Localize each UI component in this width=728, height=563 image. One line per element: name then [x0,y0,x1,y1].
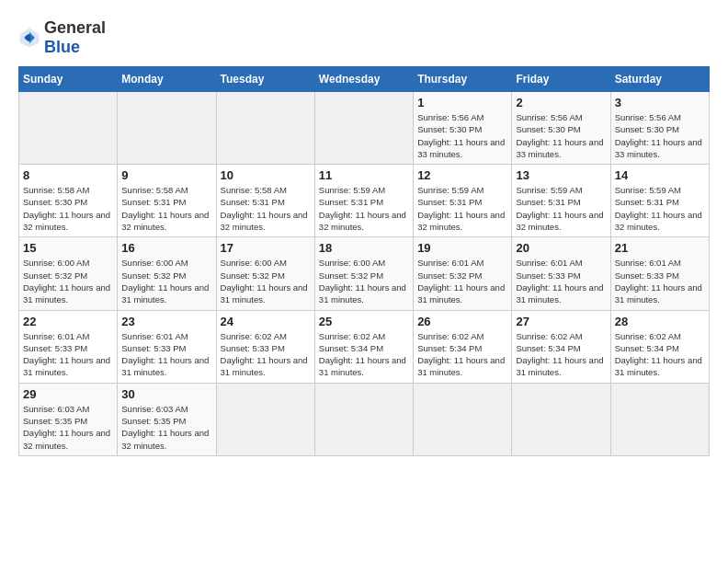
calendar-week-5: 29Sunrise: 6:03 AMSunset: 5:35 PMDayligh… [19,383,710,455]
header-thursday: Thursday [414,67,512,92]
day-number: 17 [221,241,311,255]
calendar-day-9: 9Sunrise: 5:58 AMSunset: 5:31 PMDaylight… [118,165,216,237]
calendar-day-24: 24Sunrise: 6:02 AMSunset: 5:33 PMDayligh… [216,310,314,383]
header-sunday: Sunday [19,67,118,92]
day-info: Sunrise: 5:58 AMSunset: 5:31 PMDaylight:… [121,185,209,232]
day-number: 14 [615,168,705,182]
calendar-week-3: 15Sunrise: 6:00 AMSunset: 5:32 PMDayligh… [19,237,710,310]
empty-cell [216,383,314,455]
header-saturday: Saturday [610,67,709,92]
logo-icon [18,27,40,49]
day-number: 8 [23,168,113,182]
day-info: Sunrise: 6:00 AMSunset: 5:32 PMDaylight:… [23,258,110,304]
day-number: 29 [23,387,113,401]
day-number: 19 [417,241,507,255]
day-number: 9 [121,168,211,182]
calendar-day-2: 2Sunrise: 5:56 AMSunset: 5:30 PMDaylight… [512,92,610,165]
calendar-day-13: 13Sunrise: 5:59 AMSunset: 5:31 PMDayligh… [512,165,610,237]
day-number: 15 [23,241,113,255]
day-info: Sunrise: 5:56 AMSunset: 5:30 PMDaylight:… [417,112,505,159]
calendar-day-8: 8Sunrise: 5:58 AMSunset: 5:30 PMDaylight… [19,165,118,237]
day-info: Sunrise: 5:59 AMSunset: 5:31 PMDaylight:… [615,185,702,232]
calendar-day-1: 1Sunrise: 5:56 AMSunset: 5:30 PMDaylight… [414,92,512,165]
day-info: Sunrise: 6:02 AMSunset: 5:34 PMDaylight:… [516,331,603,378]
day-info: Sunrise: 6:01 AMSunset: 5:33 PMDaylight:… [121,331,209,378]
empty-cell [314,383,413,455]
calendar-day-27: 27Sunrise: 6:02 AMSunset: 5:34 PMDayligh… [512,310,610,383]
day-number: 18 [319,241,409,255]
calendar-day-28: 28Sunrise: 6:02 AMSunset: 5:34 PMDayligh… [610,310,709,383]
day-number: 28 [615,315,705,328]
calendar-day-29: 29Sunrise: 6:03 AMSunset: 5:35 PMDayligh… [19,383,118,455]
empty-cell [118,92,216,165]
calendar-table: SundayMondayTuesdayWednesdayThursdayFrid… [18,66,710,456]
calendar-week-4: 22Sunrise: 6:01 AMSunset: 5:33 PMDayligh… [19,310,710,383]
empty-cell [610,383,709,455]
logo-general: General Blue [44,18,106,57]
day-number: 21 [615,241,705,255]
empty-cell [512,383,610,455]
calendar-day-21: 21Sunrise: 6:01 AMSunset: 5:33 PMDayligh… [610,237,709,310]
day-info: Sunrise: 6:00 AMSunset: 5:32 PMDaylight:… [121,258,209,304]
calendar-day-26: 26Sunrise: 6:02 AMSunset: 5:34 PMDayligh… [414,310,512,383]
day-info: Sunrise: 6:03 AMSunset: 5:35 PMDaylight:… [23,404,110,451]
day-number: 12 [417,168,507,182]
header-wednesday: Wednesday [314,67,413,92]
day-info: Sunrise: 5:59 AMSunset: 5:31 PMDaylight:… [319,185,406,232]
day-info: Sunrise: 5:58 AMSunset: 5:30 PMDaylight:… [23,185,110,232]
day-info: Sunrise: 5:58 AMSunset: 5:31 PMDaylight:… [221,185,308,232]
day-number: 22 [23,315,113,328]
day-number: 23 [121,315,211,328]
day-number: 27 [516,315,606,328]
day-info: Sunrise: 6:00 AMSunset: 5:32 PMDaylight:… [319,258,406,304]
day-number: 16 [121,241,211,255]
calendar-week-2: 8Sunrise: 5:58 AMSunset: 5:30 PMDaylight… [19,165,710,237]
day-info: Sunrise: 6:01 AMSunset: 5:32 PMDaylight:… [417,258,505,304]
day-number: 26 [417,315,507,328]
calendar-day-15: 15Sunrise: 6:00 AMSunset: 5:32 PMDayligh… [19,237,118,310]
day-info: Sunrise: 6:02 AMSunset: 5:34 PMDaylight:… [615,331,702,378]
calendar-header-row: SundayMondayTuesdayWednesdayThursdayFrid… [19,67,710,92]
empty-cell [19,92,118,165]
calendar-day-12: 12Sunrise: 5:59 AMSunset: 5:31 PMDayligh… [414,165,512,237]
calendar-day-30: 30Sunrise: 6:03 AMSunset: 5:35 PMDayligh… [118,383,216,455]
day-info: Sunrise: 6:02 AMSunset: 5:33 PMDaylight:… [221,331,308,378]
day-number: 24 [221,315,311,328]
calendar-day-17: 17Sunrise: 6:00 AMSunset: 5:32 PMDayligh… [216,237,314,310]
day-info: Sunrise: 6:01 AMSunset: 5:33 PMDaylight:… [615,258,702,304]
calendar-day-18: 18Sunrise: 6:00 AMSunset: 5:32 PMDayligh… [314,237,413,310]
day-info: Sunrise: 5:56 AMSunset: 5:30 PMDaylight:… [615,112,702,159]
calendar-day-19: 19Sunrise: 6:01 AMSunset: 5:32 PMDayligh… [414,237,512,310]
empty-cell [216,92,314,165]
day-info: Sunrise: 5:59 AMSunset: 5:31 PMDaylight:… [516,185,603,232]
header-tuesday: Tuesday [216,67,314,92]
day-number: 3 [615,96,705,109]
day-info: Sunrise: 5:59 AMSunset: 5:31 PMDaylight:… [417,185,505,232]
empty-cell [314,92,413,165]
calendar-day-16: 16Sunrise: 6:00 AMSunset: 5:32 PMDayligh… [118,237,216,310]
calendar-day-25: 25Sunrise: 6:02 AMSunset: 5:34 PMDayligh… [314,310,413,383]
day-number: 25 [319,315,409,328]
day-info: Sunrise: 6:00 AMSunset: 5:32 PMDaylight:… [221,258,308,304]
calendar-day-14: 14Sunrise: 5:59 AMSunset: 5:31 PMDayligh… [610,165,709,237]
day-number: 11 [319,168,409,182]
day-info: Sunrise: 6:03 AMSunset: 5:35 PMDaylight:… [121,404,209,451]
day-number: 1 [417,96,507,109]
calendar-week-1: 1Sunrise: 5:56 AMSunset: 5:30 PMDaylight… [19,92,710,165]
day-number: 2 [516,96,606,109]
calendar-day-3: 3Sunrise: 5:56 AMSunset: 5:30 PMDaylight… [610,92,709,165]
day-number: 30 [121,387,211,401]
header-monday: Monday [118,67,216,92]
day-info: Sunrise: 6:01 AMSunset: 5:33 PMDaylight:… [23,331,110,378]
day-number: 13 [516,168,606,182]
logo: General Blue [18,18,106,57]
day-number: 20 [516,241,606,255]
page-header: General Blue [18,18,710,57]
day-number: 10 [221,168,311,182]
calendar-day-10: 10Sunrise: 5:58 AMSunset: 5:31 PMDayligh… [216,165,314,237]
day-info: Sunrise: 6:01 AMSunset: 5:33 PMDaylight:… [516,258,603,304]
day-info: Sunrise: 6:02 AMSunset: 5:34 PMDaylight:… [319,331,406,378]
day-info: Sunrise: 5:56 AMSunset: 5:30 PMDaylight:… [516,112,603,159]
calendar-day-22: 22Sunrise: 6:01 AMSunset: 5:33 PMDayligh… [19,310,118,383]
calendar-day-23: 23Sunrise: 6:01 AMSunset: 5:33 PMDayligh… [118,310,216,383]
